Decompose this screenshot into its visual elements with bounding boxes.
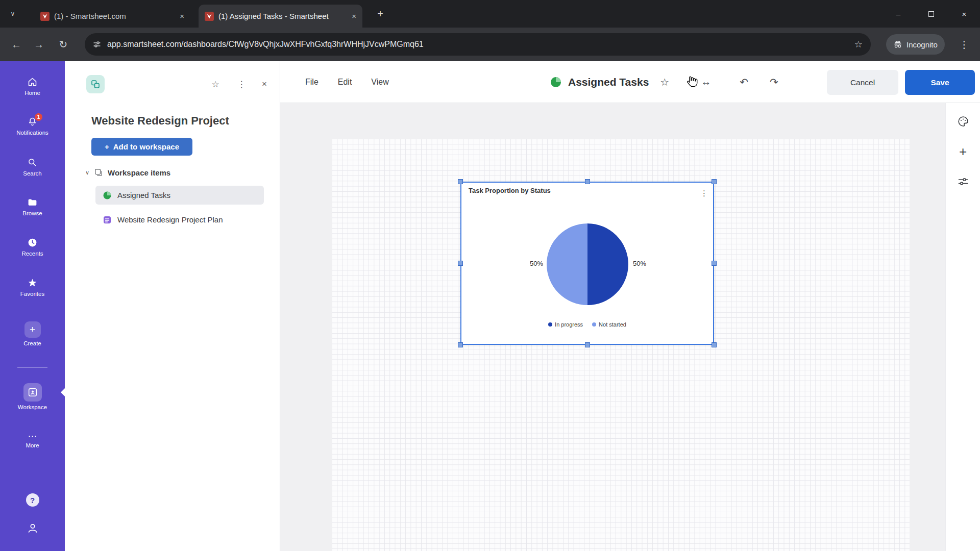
undo-button[interactable]: ↶ [740, 76, 748, 88]
redo-button[interactable]: ↷ [770, 76, 778, 88]
menu-edit[interactable]: Edit [338, 78, 352, 87]
workspace-items-group[interactable]: ∨ Workspace items [85, 165, 170, 180]
close-icon: × [962, 10, 967, 18]
kebab-icon: ⋮ [237, 79, 246, 90]
more-icon: ⋯ [28, 433, 37, 440]
maximize-icon [928, 11, 934, 17]
panel-item-assigned-tasks[interactable]: Assigned Tasks [95, 186, 264, 205]
account-button[interactable] [0, 522, 65, 534]
tab-title: (1) - Smartsheet.com [54, 12, 172, 20]
active-item-notch [57, 388, 65, 396]
window-close-button[interactable]: × [948, 0, 980, 28]
workspace-title: Website Redesign Project [91, 114, 229, 128]
dashboard-canvas[interactable]: Task Proportion by Status ⋮ 50% 50% In p… [280, 103, 980, 551]
sidebar-item-more[interactable]: ⋯ More [0, 433, 65, 448]
minimize-icon: – [896, 10, 900, 18]
help-button[interactable]: ? [0, 493, 65, 507]
favorite-workspace-button[interactable]: ☆ [208, 77, 223, 91]
tab-title: (1) Assigned Tasks - Smartsheet [218, 12, 344, 20]
back-icon: ← [11, 39, 21, 51]
resize-handle[interactable] [458, 342, 463, 347]
resize-handle[interactable] [712, 179, 717, 184]
notification-badge: 1 [35, 113, 42, 121]
clock-icon [27, 237, 38, 248]
chart-legend: In progress Not started [461, 321, 713, 328]
items-stack-icon [94, 168, 103, 177]
settings-sliders-button[interactable] [957, 176, 969, 188]
resize-handle[interactable] [458, 179, 463, 184]
new-tab-button[interactable]: + [373, 7, 387, 21]
widget-title: Task Proportion by Status [469, 187, 551, 194]
panel-item-project-plan[interactable]: Website Redesign Project Plan [95, 210, 264, 229]
sidebar-item-workspace[interactable]: Workspace [0, 383, 65, 410]
sidebar-item-label: Recents [21, 251, 43, 257]
pie-label-left: 50% [520, 260, 543, 267]
save-button[interactable]: Save [905, 70, 975, 95]
sidebar-item-label: Home [24, 90, 40, 96]
sidebar-item-label: Notifications [16, 130, 48, 136]
cancel-button[interactable]: Cancel [827, 70, 898, 95]
browser-tab-1[interactable]: (1) - Smartsheet.com × [34, 5, 190, 28]
close-icon: × [262, 79, 267, 89]
browser-tab-2-active[interactable]: (1) Assigned Tasks - Smartsheet × [199, 5, 362, 28]
bookmark-star-icon[interactable]: ☆ [854, 39, 863, 50]
sidebar-item-favorites[interactable]: Favorites [0, 278, 65, 297]
sidebar-item-search[interactable]: Search [0, 157, 65, 177]
plus-icon: + [377, 8, 383, 20]
tab-close-icon[interactable]: × [352, 12, 356, 20]
address-bar[interactable]: app.smartsheet.com/dashboards/CfWgV8vQhj… [85, 33, 871, 56]
incognito-badge: Incognito [886, 34, 945, 55]
resize-handle[interactable] [585, 342, 590, 347]
person-icon [27, 522, 39, 534]
forward-icon: → [34, 39, 44, 51]
sidebar-item-label: Workspace [18, 404, 47, 410]
panel-menu-button[interactable]: ⋮ [234, 77, 249, 91]
dashboard-title: Assigned Tasks [568, 76, 649, 88]
dashboard-toolbar: File Edit View Assigned Tasks ☆ ↔ ↶ ↷ Ca… [280, 61, 980, 103]
favorite-star-button[interactable]: ☆ [660, 76, 669, 88]
theme-palette-button[interactable] [957, 115, 969, 128]
sidebar-item-notifications[interactable]: 1 Notifications [0, 116, 65, 136]
workspace-icon [27, 387, 38, 398]
window-maximize-button[interactable] [915, 0, 947, 28]
sidebar-item-label: Browse [22, 210, 42, 216]
add-to-workspace-button[interactable]: + Add to workspace [91, 138, 192, 156]
tab-search-button[interactable]: ∨ [5, 6, 20, 21]
legend-item: Not started [592, 321, 626, 328]
url-text[interactable]: app.smartsheet.com/dashboards/CfWgV8vQhj… [107, 40, 848, 49]
resize-handle[interactable] [712, 261, 717, 266]
tab-close-icon[interactable]: × [180, 12, 184, 20]
workspace-badge [86, 75, 105, 93]
forward-button[interactable]: → [29, 34, 49, 55]
incognito-icon [893, 40, 902, 49]
rail-divider [17, 367, 47, 368]
resize-handle[interactable] [458, 261, 463, 266]
reload-icon: ↻ [59, 38, 68, 51]
palette-icon [957, 115, 969, 128]
panel-close-button[interactable]: × [257, 77, 272, 91]
legend-item: In progress [548, 321, 583, 328]
group-label: Workspace items [108, 168, 170, 177]
reload-button[interactable]: ↻ [53, 34, 74, 55]
back-button[interactable]: ← [6, 34, 27, 55]
browser-menu-button[interactable]: ⋮ [954, 34, 974, 55]
add-widget-button[interactable]: + [959, 146, 967, 157]
sidebar-item-home[interactable]: Home [0, 77, 65, 96]
folder-icon [27, 197, 38, 208]
sheet-icon [103, 215, 112, 224]
widget-menu-button[interactable]: ⋮ [700, 189, 708, 198]
menu-view[interactable]: View [371, 78, 388, 87]
sidebar-item-recents[interactable]: Recents [0, 237, 65, 257]
sidebar-item-browse[interactable]: Browse [0, 197, 65, 216]
resize-handle[interactable] [712, 342, 717, 347]
smartsheet-app: Home 1 Notifications Search Browse [0, 61, 980, 551]
sidebar-item-create[interactable]: + Create [0, 321, 65, 346]
pie-label-right: 50% [633, 260, 646, 267]
menu-file[interactable]: File [305, 78, 318, 87]
panel-item-label: Assigned Tasks [117, 191, 170, 199]
resize-width-button[interactable]: ↔ [701, 76, 711, 88]
window-minimize-button[interactable]: – [883, 0, 914, 28]
chart-widget[interactable]: Task Proportion by Status ⋮ 50% 50% In p… [460, 182, 714, 345]
resize-handle[interactable] [585, 179, 590, 184]
site-info-icon[interactable] [93, 40, 101, 48]
